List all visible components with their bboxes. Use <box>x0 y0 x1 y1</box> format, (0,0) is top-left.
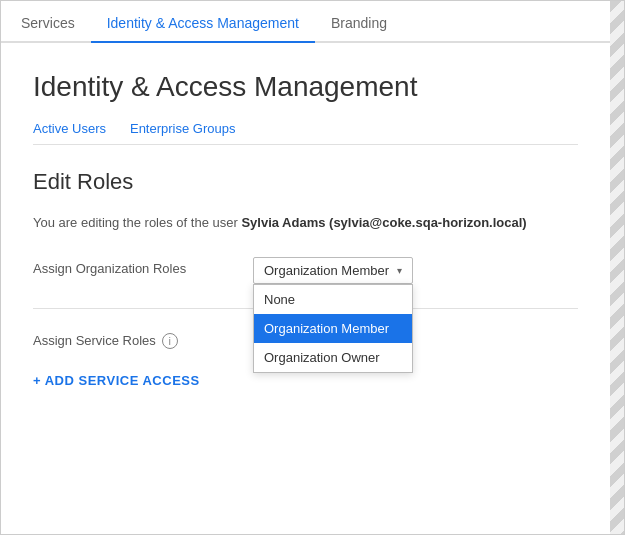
sub-tab-active-users[interactable]: Active Users <box>33 117 122 144</box>
tab-services[interactable]: Services <box>17 7 91 43</box>
assign-org-roles-row: Assign Organization Roles Organization M… <box>33 257 578 284</box>
main-content: Identity & Access Management Active User… <box>1 43 624 416</box>
top-nav: Services Identity & Access Management Br… <box>1 1 624 43</box>
assign-service-roles-label: Assign Service Roles <box>33 333 156 348</box>
assign-org-roles-label: Assign Organization Roles <box>33 257 253 276</box>
sub-tabs: Active Users Enterprise Groups <box>33 117 578 145</box>
main-window: Services Identity & Access Management Br… <box>0 0 625 535</box>
org-roles-dropdown-wrapper: Organization Member ▾ None Organization … <box>253 257 413 284</box>
dropdown-option-org-member[interactable]: Organization Member <box>254 314 412 343</box>
edit-info-user: Sylvia Adams (sylvia@coke.sqa-horizon.lo… <box>241 215 526 230</box>
org-roles-dropdown-menu: None Organization Member Organization Ow… <box>253 284 413 373</box>
tab-iam[interactable]: Identity & Access Management <box>91 7 315 43</box>
dropdown-selected-label: Organization Member <box>264 263 389 278</box>
add-service-access-button[interactable]: + ADD SERVICE ACCESS <box>33 373 578 388</box>
section-title: Edit Roles <box>33 169 578 195</box>
sub-tab-enterprise-groups[interactable]: Enterprise Groups <box>130 117 252 144</box>
dropdown-option-org-owner[interactable]: Organization Owner <box>254 343 412 372</box>
info-icon[interactable]: i <box>162 333 178 349</box>
dropdown-option-none[interactable]: None <box>254 285 412 314</box>
edit-info: You are editing the roles of the user Sy… <box>33 213 578 233</box>
page-title: Identity & Access Management <box>33 71 578 103</box>
org-roles-dropdown-button[interactable]: Organization Member ▾ <box>253 257 413 284</box>
add-service-label: + ADD SERVICE ACCESS <box>33 373 200 388</box>
tab-branding[interactable]: Branding <box>315 7 403 43</box>
edit-info-prefix: You are editing the roles of the user <box>33 215 241 230</box>
chevron-down-icon: ▾ <box>397 265 402 276</box>
